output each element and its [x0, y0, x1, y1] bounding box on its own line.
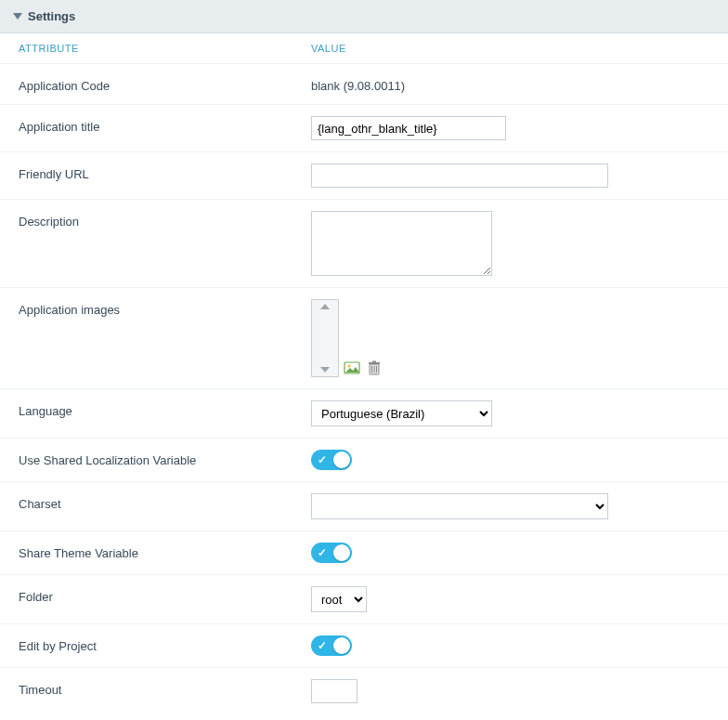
- toggle-knob: [333, 637, 350, 654]
- toggle-edit-by-project[interactable]: ✓: [311, 635, 352, 656]
- label-timeout: Timeout: [19, 679, 311, 697]
- label-share-theme: Share Theme Variable: [19, 543, 311, 560]
- row-language: Language Portuguese (Brazil): [0, 389, 728, 439]
- label-edit-by-project: Edit by Project: [19, 635, 311, 653]
- row-share-theme: Share Theme Variable ✓: [0, 531, 728, 575]
- panel-title: Settings: [28, 9, 75, 23]
- row-timeout: Timeout: [0, 668, 728, 714]
- check-icon: ✓: [318, 545, 327, 560]
- label-shared-loc: Use Shared Localization Variable: [19, 450, 311, 467]
- label-charset: Charset: [19, 493, 311, 511]
- toggle-shared-loc[interactable]: ✓: [311, 450, 352, 470]
- input-friendly-url[interactable]: [311, 164, 608, 188]
- input-timeout[interactable]: [311, 679, 358, 703]
- add-image-button[interactable]: [343, 359, 361, 377]
- check-icon: ✓: [318, 638, 327, 653]
- collapse-triangle-icon: [13, 13, 22, 20]
- scroll-up-icon: [320, 304, 330, 309]
- label-friendly-url: Friendly URL: [19, 164, 311, 181]
- row-folder: Folder root: [0, 575, 728, 624]
- select-charset[interactable]: [311, 493, 608, 519]
- check-icon: ✓: [318, 452, 327, 467]
- select-language[interactable]: Portuguese (Brazil): [311, 400, 492, 426]
- delete-image-button[interactable]: [365, 359, 384, 377]
- toggle-share-theme[interactable]: ✓: [311, 543, 352, 563]
- value-app-code: blank (9.08.0011): [311, 75, 709, 93]
- label-app-images: Application images: [19, 299, 311, 317]
- panel-header[interactable]: Settings: [0, 0, 728, 33]
- row-app-title: Application title: [0, 105, 728, 152]
- row-app-code: Application Code blank (9.08.0011): [0, 64, 728, 105]
- row-app-images: Application images: [0, 288, 728, 389]
- image-listbox[interactable]: [311, 299, 339, 377]
- picture-icon: [344, 360, 360, 376]
- row-description: Description: [0, 200, 728, 288]
- textarea-description[interactable]: [311, 211, 492, 276]
- column-value-header: VALUE: [311, 43, 346, 54]
- row-charset: Charset: [0, 482, 728, 531]
- column-header-row: ATTRIBUTE VALUE: [0, 33, 728, 64]
- trash-icon: [366, 360, 383, 376]
- row-edit-by-project: Edit by Project ✓: [0, 624, 728, 668]
- row-friendly-url: Friendly URL: [0, 152, 728, 200]
- label-app-title: Application title: [19, 116, 311, 134]
- label-language: Language: [19, 400, 311, 418]
- label-description: Description: [19, 211, 311, 229]
- label-folder: Folder: [19, 586, 311, 604]
- svg-point-1: [347, 364, 350, 367]
- label-app-code: Application Code: [19, 75, 311, 93]
- column-attribute-header: ATTRIBUTE: [19, 43, 311, 54]
- select-folder[interactable]: root: [311, 586, 367, 612]
- input-app-title[interactable]: [311, 116, 506, 140]
- toggle-knob: [333, 544, 350, 561]
- scroll-down-icon: [320, 367, 330, 373]
- toggle-knob: [333, 452, 350, 468]
- row-shared-loc: Use Shared Localization Variable ✓: [0, 439, 728, 482]
- svg-rect-4: [372, 361, 376, 363]
